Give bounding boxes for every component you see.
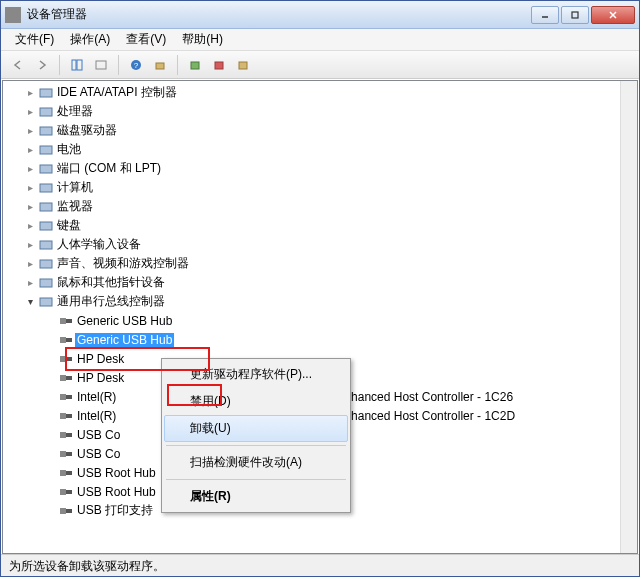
device-icon-slot [37, 104, 55, 120]
device-icon [39, 182, 53, 194]
device-label: HP Desk [75, 352, 126, 366]
context-uninstall[interactable]: 卸载(U) [164, 415, 348, 442]
show-hide-tree-button[interactable] [66, 54, 88, 76]
expander-placeholder [43, 504, 57, 518]
device-category[interactable]: 通用串行总线控制器 [3, 292, 637, 311]
svg-rect-41 [60, 470, 66, 476]
svg-rect-27 [60, 337, 66, 343]
svg-rect-46 [66, 509, 72, 513]
expander-icon[interactable] [23, 276, 37, 290]
maximize-button[interactable] [561, 6, 589, 24]
svg-rect-21 [40, 241, 52, 249]
device-icon-slot [37, 180, 55, 196]
svg-rect-1 [572, 12, 578, 18]
svg-rect-16 [40, 146, 52, 154]
device-label: 鼠标和其他指针设备 [55, 274, 167, 291]
context-disable[interactable]: 禁用(D) [164, 388, 348, 415]
expander-icon[interactable] [23, 219, 37, 233]
device-category[interactable]: 键盘 [3, 216, 637, 235]
device-icon [39, 277, 53, 289]
device-icon-slot [57, 503, 75, 519]
arrow-right-icon [35, 58, 49, 72]
tree-icon [70, 58, 84, 72]
device-category[interactable]: 处理器 [3, 102, 637, 121]
forward-button[interactable] [31, 54, 53, 76]
svg-rect-22 [40, 260, 52, 268]
help-button[interactable]: ? [125, 54, 147, 76]
context-properties[interactable]: 属性(R) [164, 483, 348, 510]
device-category[interactable]: IDE ATA/ATAPI 控制器 [3, 83, 637, 102]
context-menu: 更新驱动程序软件(P)... 禁用(D) 卸载(U) 扫描检测硬件改动(A) 属… [161, 358, 351, 513]
menu-file[interactable]: 文件(F) [7, 29, 62, 50]
device-node[interactable]: Generic USB Hub [3, 311, 637, 330]
scan-button[interactable] [149, 54, 171, 76]
device-category[interactable]: 磁盘驱动器 [3, 121, 637, 140]
device-category[interactable]: 监视器 [3, 197, 637, 216]
device-icon-slot [57, 446, 75, 462]
expander-icon[interactable] [23, 162, 37, 176]
svg-rect-24 [40, 298, 52, 306]
menu-action[interactable]: 操作(A) [62, 29, 118, 50]
device-category[interactable]: 人体学输入设备 [3, 235, 637, 254]
update-icon [188, 58, 202, 72]
window-title: 设备管理器 [27, 6, 529, 23]
uninstall-button[interactable] [208, 54, 230, 76]
minimize-icon [540, 10, 550, 20]
expander-icon[interactable] [23, 295, 37, 309]
device-label: USB Root Hub [75, 466, 158, 480]
svg-rect-14 [40, 108, 52, 116]
device-category[interactable]: 鼠标和其他指针设备 [3, 273, 637, 292]
expander-placeholder [43, 333, 57, 347]
expander-placeholder [43, 314, 57, 328]
expander-icon[interactable] [23, 257, 37, 271]
svg-rect-10 [191, 62, 199, 69]
expander-placeholder [43, 466, 57, 480]
device-node[interactable]: Generic USB Hub [3, 330, 637, 349]
device-label: 处理器 [55, 103, 95, 120]
svg-rect-11 [215, 62, 223, 69]
svg-rect-6 [96, 61, 106, 69]
expander-icon[interactable] [23, 105, 37, 119]
update-button[interactable] [184, 54, 206, 76]
context-scan-hardware[interactable]: 扫描检测硬件改动(A) [164, 449, 348, 476]
back-button[interactable] [7, 54, 29, 76]
device-category[interactable]: 声音、视频和游戏控制器 [3, 254, 637, 273]
device-label: 计算机 [55, 179, 95, 196]
svg-rect-29 [60, 356, 66, 362]
device-icon-slot [37, 218, 55, 234]
device-icon-slot [57, 408, 75, 424]
context-update-driver[interactable]: 更新驱动程序软件(P)... [164, 361, 348, 388]
close-button[interactable] [591, 6, 635, 24]
device-category[interactable]: 电池 [3, 140, 637, 159]
svg-rect-39 [60, 451, 66, 457]
window-buttons [529, 6, 635, 24]
expander-icon[interactable] [23, 86, 37, 100]
device-category[interactable]: 计算机 [3, 178, 637, 197]
svg-rect-44 [66, 490, 72, 494]
expander-icon[interactable] [23, 143, 37, 157]
menu-view[interactable]: 查看(V) [118, 29, 174, 50]
device-category[interactable]: 端口 (COM 和 LPT) [3, 159, 637, 178]
expander-icon[interactable] [23, 200, 37, 214]
close-icon [608, 10, 618, 20]
usb-icon [59, 334, 73, 346]
device-label: HP Desk [75, 371, 126, 385]
device-label: 通用串行总线控制器 [55, 293, 167, 310]
expander-icon[interactable] [23, 124, 37, 138]
device-icon [39, 144, 53, 156]
device-icon-slot [37, 161, 55, 177]
device-icon-slot [57, 484, 75, 500]
device-icon-slot [57, 351, 75, 367]
toolbar-separator [177, 55, 178, 75]
usb-icon [59, 410, 73, 422]
device-icon [39, 201, 53, 213]
minimize-button[interactable] [531, 6, 559, 24]
usb-icon [59, 467, 73, 479]
expander-icon[interactable] [23, 181, 37, 195]
vertical-scrollbar[interactable] [620, 81, 637, 553]
uninstall-icon [212, 58, 226, 72]
properties-toolbar-button[interactable] [90, 54, 112, 76]
expander-icon[interactable] [23, 238, 37, 252]
disable-button[interactable] [232, 54, 254, 76]
menu-help[interactable]: 帮助(H) [174, 29, 231, 50]
